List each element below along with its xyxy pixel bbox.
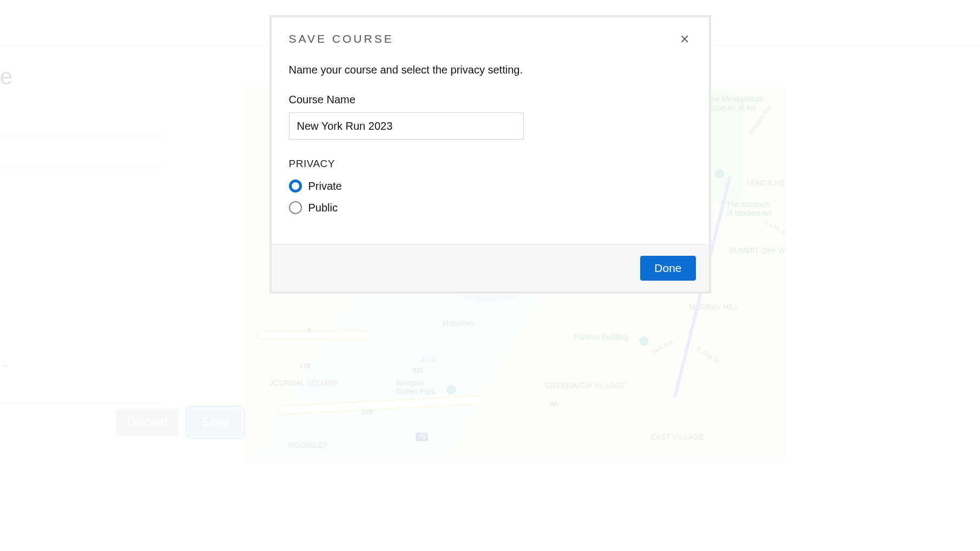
privacy-public-label: Public (308, 202, 338, 214)
modal-overlay: SAVE COURSE ✕ Name your course and selec… (0, 0, 980, 551)
radio-icon (289, 201, 302, 214)
privacy-option-public[interactable]: Public (289, 201, 692, 214)
close-icon[interactable]: ✕ (678, 32, 692, 47)
dialog-header: SAVE COURSE ✕ (272, 17, 709, 47)
privacy-section-label: PRIVACY (289, 158, 692, 170)
course-name-input[interactable] (289, 112, 524, 140)
dialog-body: Name your course and select the privacy … (272, 47, 709, 244)
dialog-instruction: Name your course and select the privacy … (289, 64, 692, 76)
radio-icon (289, 180, 302, 192)
save-course-dialog: SAVE COURSE ✕ Name your course and selec… (269, 15, 711, 294)
privacy-private-label: Private (308, 180, 342, 192)
done-button[interactable]: Done (640, 256, 695, 281)
dialog-title: SAVE COURSE (289, 32, 394, 45)
dialog-footer: Done (272, 244, 709, 291)
course-name-label: Course Name (289, 94, 692, 106)
privacy-option-private[interactable]: Private (289, 180, 692, 192)
